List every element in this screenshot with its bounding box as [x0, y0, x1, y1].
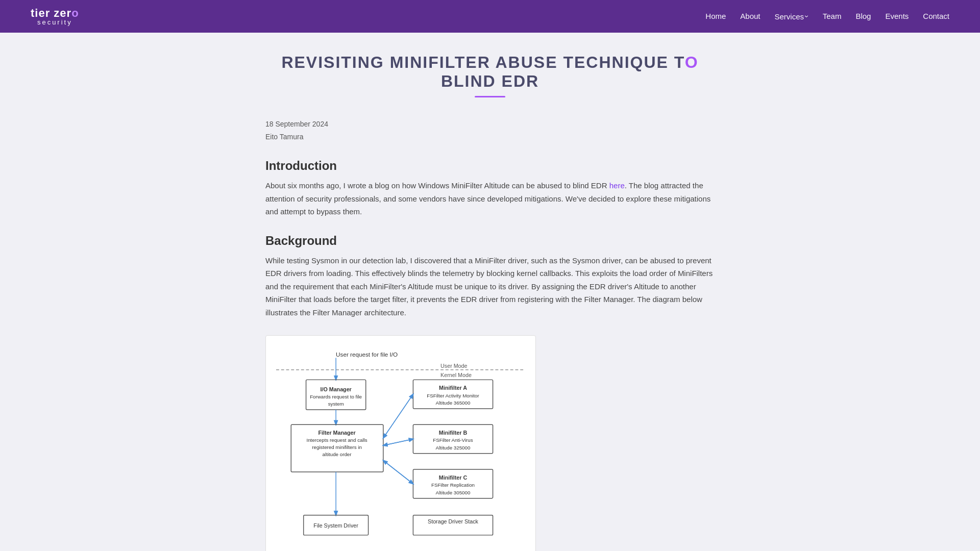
post-title-wrap: REVISITING MINIFILTER ABUSE TECHNIQUE TO… — [265, 33, 715, 108]
background-heading: Background — [265, 234, 715, 248]
mfb-label1: Minifilter B — [439, 430, 468, 436]
arrow-mfa-fm — [383, 394, 413, 438]
nav-home[interactable]: Home — [705, 12, 726, 21]
post-title-highlight: O — [685, 53, 699, 71]
site-logo[interactable]: tier zero security — [31, 8, 79, 26]
post-meta: 18 September 2024 Eito Tamura — [265, 108, 715, 143]
nav-links: Home About Services Team Blog Events Con… — [705, 12, 949, 21]
filter-manager-diagram: User request for file I/O User Mode Kern… — [276, 346, 525, 551]
storage-label1: Storage Driver Stack — [428, 519, 479, 525]
intro-paragraph: About six months ago, I wrote a blog on … — [265, 179, 715, 218]
fm-label2: Intercepts request and calls — [306, 438, 367, 443]
kernel-mode-label: Kernel Mode — [440, 372, 472, 378]
nav-about[interactable]: About — [740, 12, 760, 21]
nav-events[interactable]: Events — [885, 12, 909, 21]
fm-label4: altitude order — [323, 452, 352, 457]
nav-contact[interactable]: Contact — [923, 12, 949, 21]
mfc-label2: FSFilter Replication — [431, 483, 475, 488]
io-manager-label2: Forwards request to file — [310, 394, 362, 400]
post-author: Eito Tamura — [265, 131, 715, 143]
mfb-label2: FSFilter Anti-Virus — [433, 438, 473, 443]
mfa-label3: Altitude 365000 — [436, 400, 471, 406]
navbar: tier zero security Home About Services T… — [0, 0, 980, 33]
post-title: REVISITING MINIFILTER ABUSE TECHNIQUE TO… — [265, 53, 715, 91]
post-date: 18 September 2024 — [265, 118, 715, 131]
mfa-label1: Minifilter A — [439, 385, 467, 391]
mfc-label1: Minifilter C — [439, 474, 468, 481]
nav-blog[interactable]: Blog — [855, 12, 871, 21]
mfb-label3: Altitude 325000 — [436, 445, 471, 450]
content-area: REVISITING MINIFILTER ABUSE TECHNIQUE TO… — [245, 33, 735, 551]
logo-ring: o — [71, 7, 79, 19]
arrow-mfc-fm — [383, 461, 413, 484]
arrow-mfb-fm — [383, 439, 413, 446]
fm-label3: registered minifilters in — [312, 444, 362, 450]
title-underline — [475, 96, 505, 97]
page-wrapper: REVISITING MINIFILTER ABUSE TECHNIQUE TO… — [0, 33, 980, 551]
intro-heading: Introduction — [265, 159, 715, 173]
fs-driver-label: File System Driver — [313, 523, 358, 529]
intro-link[interactable]: here — [609, 181, 625, 190]
user-request-label: User request for file I/O — [336, 352, 398, 358]
mfc-label3: Altitude 305000 — [436, 490, 471, 495]
intro-text1: About six months ago, I wrote a blog on … — [265, 181, 609, 190]
io-manager-label3: system — [328, 401, 344, 407]
background-paragraph: While testing Sysmon in our detection la… — [265, 254, 715, 319]
mfa-label2: FSFilter Activity Monitor — [427, 393, 479, 398]
nav-services[interactable]: Services — [775, 12, 808, 21]
logo-security: security — [31, 19, 79, 26]
post-title-post: BLIND EDR — [441, 72, 539, 90]
io-manager-label1: I/O Manager — [320, 386, 352, 392]
nav-team[interactable]: Team — [823, 12, 842, 21]
user-mode-label: User Mode — [440, 363, 467, 369]
post-title-pre: REVISITING MINIFILTER ABUSE TECHNIQUE T — [281, 53, 684, 71]
fm-label1: Filter Manager — [318, 430, 356, 436]
diagram-container: User request for file I/O User Mode Kern… — [265, 335, 536, 551]
